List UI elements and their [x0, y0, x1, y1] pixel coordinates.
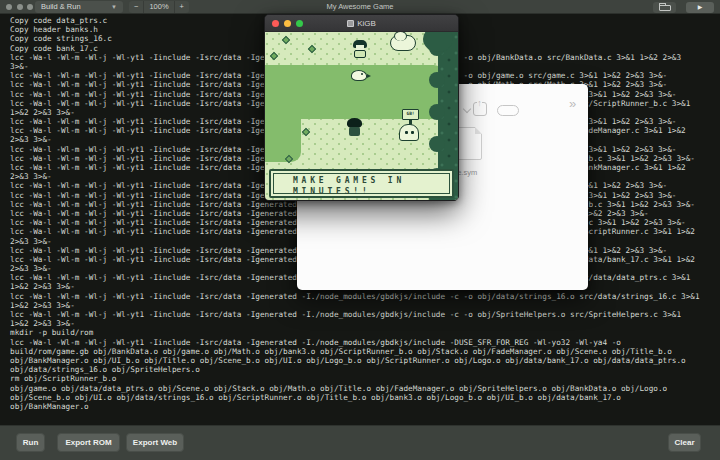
sign-board: GB!	[402, 109, 419, 120]
plant-sprite	[302, 128, 310, 136]
console-line: lcc -Wa-l -Wl-m -Wl-j -Wl-yt1 -Iinclude …	[10, 310, 720, 319]
emulator-zoom-button[interactable]	[296, 20, 303, 27]
emulator-titlebar[interactable]: KiGB	[265, 15, 458, 32]
zoom-in-button[interactable]: +	[174, 1, 189, 13]
emulator-window-controls	[272, 20, 303, 27]
console-line: 1>&2 2>&3 3>&-	[10, 301, 720, 310]
console-line: obj/Scene_b.o obj/UI.o obj/data/strings_…	[10, 393, 720, 402]
console-line: obj/BankManager.o	[10, 402, 720, 411]
chevron-down-icon[interactable]	[463, 105, 471, 113]
duck-eye	[361, 73, 363, 75]
player-body	[349, 127, 360, 136]
ghost-sprite	[399, 124, 419, 141]
play-icon: ▶	[698, 4, 703, 10]
build-run-label: Build & Run	[41, 1, 81, 13]
plant-sprite	[282, 36, 290, 44]
console-line: mkdir -p build/rom	[10, 328, 720, 337]
clear-button[interactable]: Clear	[668, 433, 701, 452]
console-line: 1>&2 2>&3 3>&-	[10, 319, 720, 328]
folder-icon	[659, 5, 671, 11]
open-folder-button[interactable]	[653, 2, 676, 13]
play-button[interactable]: ▶	[686, 2, 714, 13]
document-icon[interactable]	[457, 127, 482, 160]
bush-sprite	[390, 35, 416, 51]
ghost-eye	[405, 131, 408, 134]
dialog-text-line2: MINUTES!!	[293, 187, 452, 198]
zoom-control: − 100% +	[129, 1, 189, 13]
emulator-title-label: KiGB	[357, 19, 376, 28]
tree-icon	[429, 136, 445, 152]
dialog-box: MAKE GAMES IN MINUTES!!	[269, 169, 454, 198]
console-line: lcc -Wa-l -Wl-m -Wl-j -Wl-yt1 -Iinclude …	[10, 292, 720, 301]
share-arrow-icon: ↑	[477, 99, 482, 108]
console-line: rm obj/ScriptRunner_b.o	[10, 374, 720, 383]
ghost-eye	[411, 131, 414, 134]
console-line: obj/BankManager.o obj/UI_b.o obj/Title.o…	[10, 356, 720, 365]
plant-sprite	[308, 45, 316, 53]
duck-sprite	[351, 70, 367, 81]
npc-body	[354, 50, 366, 58]
window-controls	[6, 4, 33, 10]
console-line: obj/data/strings_16.o obj/SpriteHelpers.…	[10, 365, 720, 374]
tab-overview-icon[interactable]	[497, 105, 519, 116]
tree-icon	[429, 72, 445, 88]
export-web-button[interactable]: Export Web	[126, 433, 184, 452]
tree-icon	[429, 104, 445, 120]
footer-toolbar: Run Export ROM Export Web Clear	[0, 425, 720, 460]
kigb-app-icon	[347, 20, 354, 27]
duck-beak	[367, 74, 371, 78]
gbstudio-window: Build & Run ▼ − 100% + My Awesome Game ▶…	[0, 0, 720, 460]
zoom-out-button[interactable]: −	[129, 1, 143, 13]
app-toolbar: Build & Run ▼ − 100% + My Awesome Game ▶	[0, 0, 720, 14]
window-minimize-button[interactable]	[17, 4, 23, 10]
export-rom-button[interactable]: Export ROM	[57, 433, 120, 452]
toolbar-overflow-icon[interactable]: »	[569, 96, 576, 111]
share-icon[interactable]: ↑	[473, 102, 487, 116]
meadow-strip	[265, 65, 301, 162]
emulator-window: KiGB	[264, 14, 459, 201]
console-line: build/rom/game.gb obj/BankData.o obj/gam…	[10, 347, 720, 356]
npc-sprite	[353, 40, 367, 58]
console-line: obj/game.o obj/data/data_ptrs.o obj/Scen…	[10, 384, 720, 393]
console-line: lcc -Wa-l -Wl-m -Wl-j -Wl-yt1 -Iinclude …	[10, 338, 720, 347]
emulator-minimize-button[interactable]	[284, 20, 291, 27]
build-run-dropdown[interactable]: Build & Run ▼	[35, 1, 123, 13]
run-button[interactable]: Run	[16, 433, 45, 452]
game-screen[interactable]: GB! MAKE GAMES IN MINUTES!!	[265, 32, 458, 201]
zoom-level: 100%	[143, 1, 173, 13]
emulator-close-button[interactable]	[272, 20, 279, 27]
dialog-text-line1: MAKE GAMES IN	[293, 176, 452, 187]
player-sprite	[347, 118, 362, 137]
window-close-button[interactable]	[6, 4, 12, 10]
plant-sprite	[270, 52, 278, 60]
chevron-down-icon: ▼	[111, 1, 117, 13]
window-zoom-button[interactable]	[27, 4, 33, 10]
